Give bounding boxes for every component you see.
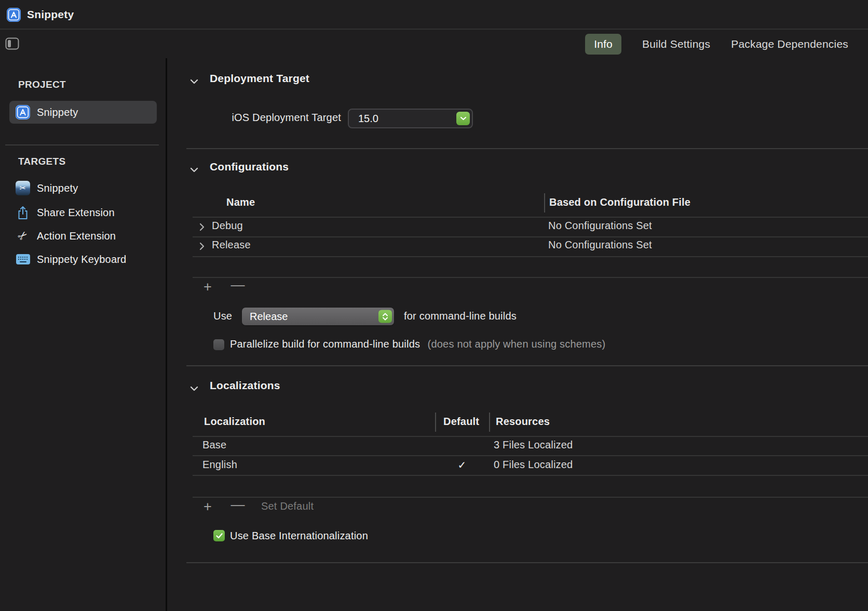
sidebar-item-label: Snippety (37, 182, 78, 194)
scissors-icon: ✂ (12, 225, 33, 246)
column-header-localization: Localization (204, 416, 265, 428)
popup-value: Release (250, 308, 288, 325)
parallelize-note: (does not apply when using schemes) (428, 338, 606, 350)
tab-build-settings[interactable]: Build Settings (642, 38, 710, 50)
remove-localization-button[interactable]: — (230, 497, 245, 512)
app-store-project-icon (16, 105, 30, 119)
sidebar-item-target-share-extension[interactable]: Share Extension (9, 201, 157, 224)
titlebar: Snippety (0, 0, 868, 30)
info-pane: Deployment Target iOS Deployment Target … (167, 58, 868, 611)
parallelize-label: Parallelize build for command-line build… (230, 338, 420, 350)
tab-package-dependencies[interactable]: Package Dependencies (731, 38, 848, 50)
project-section-header: PROJECT (18, 79, 66, 90)
chevron-down-icon[interactable] (190, 384, 198, 393)
sidebar-item-project-snippety[interactable]: Snippety (9, 101, 157, 124)
config-row-based-on: No Configurations Set (548, 239, 652, 251)
sidebar-item-label: Snippety (37, 107, 78, 118)
tab-info[interactable]: Info (585, 34, 621, 55)
config-row-based-on: No Configurations Set (548, 220, 652, 232)
add-localization-button[interactable]: + (200, 499, 215, 514)
window-title: Snippety (27, 8, 74, 21)
localization-row-resources: 3 Files Localized (494, 439, 573, 451)
sidebar-item-label: Snippety Keyboard (37, 254, 126, 265)
sidebar-item-target-action-extension[interactable]: ✂ Action Extension (9, 224, 157, 247)
sidebar-item-target-snippety[interactable]: ✂ Snippety (9, 177, 157, 200)
column-divider (544, 193, 545, 212)
toolbar: Info Build Settings Package Dependencies (0, 30, 868, 58)
parallelize-checkbox[interactable] (213, 339, 224, 350)
deployment-target-title: Deployment Target (210, 72, 309, 85)
up-down-chevrons-icon (378, 310, 392, 323)
section-divider (186, 365, 868, 366)
keyboard-icon (16, 252, 30, 267)
column-divider (489, 413, 490, 432)
sidebar-item-label: Share Extension (37, 207, 115, 219)
localization-row-resources: 0 Files Localized (494, 459, 573, 471)
chevron-right-icon[interactable] (199, 242, 205, 253)
use-base-internationalization-label: Use Base Internationalization (230, 530, 368, 542)
chevron-right-icon[interactable] (199, 223, 205, 233)
sidebar-item-target-snippety-keyboard[interactable]: Snippety Keyboard (9, 248, 157, 271)
add-configuration-button[interactable]: + (200, 280, 215, 294)
column-header-default: Default (443, 416, 479, 428)
remove-configuration-button[interactable]: — (230, 277, 245, 292)
targets-section-header: TARGETS (18, 156, 65, 167)
sidebar-item-label: Action Extension (37, 230, 116, 242)
localization-row-name[interactable]: English (202, 459, 237, 471)
column-header-resources: Resources (496, 416, 550, 428)
set-default-button[interactable]: Set Default (261, 500, 314, 512)
column-divider (435, 413, 436, 432)
use-label: Use (213, 310, 232, 322)
localization-row-name[interactable]: Base (202, 439, 226, 451)
config-row-name[interactable]: Debug (212, 220, 243, 232)
default-checkmark: ✓ (450, 459, 474, 471)
column-header-name: Name (226, 196, 255, 208)
localizations-title: Localizations (210, 379, 280, 392)
ios-deployment-target-label: iOS Deployment Target (198, 112, 341, 124)
share-icon (16, 205, 30, 220)
xcode-project-editor: Snippety Info Build Settings Package Dep… (0, 0, 868, 611)
ios-deployment-target-combobox[interactable]: 15.0 (348, 109, 473, 128)
command-line-configuration-popup[interactable]: Release (242, 308, 394, 325)
configurations-title: Configurations (210, 161, 289, 173)
sidebar-divider (5, 144, 159, 145)
use-suffix-label: for command-line builds (404, 310, 517, 322)
use-base-internationalization-checkbox[interactable] (213, 530, 225, 541)
editor-tabs: Info Build Settings Package Dependencies (585, 30, 848, 58)
snippety-app-icon: ✂ (16, 181, 30, 195)
project-sidebar: PROJECT Snippety TARGETS ✂ Snippety (0, 58, 167, 611)
sidebar-toggle-icon[interactable] (5, 37, 19, 52)
column-header-based-on: Based on Configuration File (549, 196, 690, 208)
ios-deployment-target-value: 15.0 (358, 110, 378, 127)
section-divider (186, 148, 868, 149)
app-store-project-icon (7, 8, 21, 22)
config-row-name[interactable]: Release (212, 239, 251, 251)
chevron-down-icon[interactable] (190, 77, 198, 86)
chevron-down-icon[interactable] (190, 165, 198, 175)
chevron-down-icon[interactable] (456, 112, 470, 125)
section-divider (186, 562, 868, 563)
